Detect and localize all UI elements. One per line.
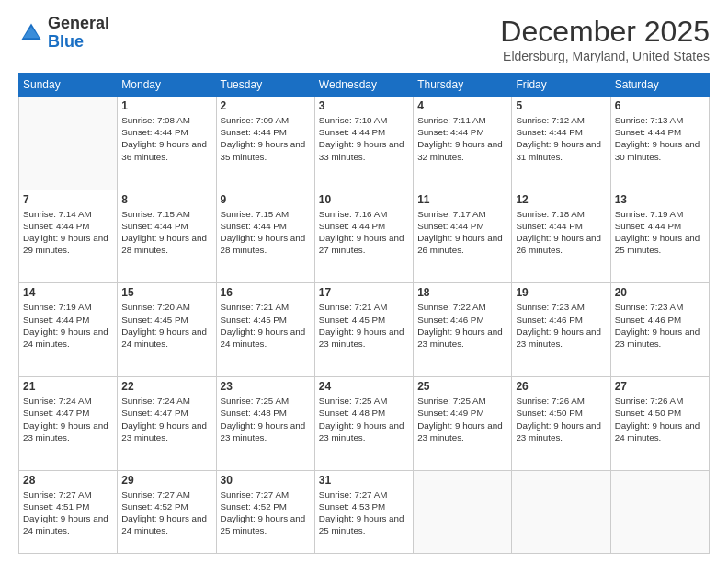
calendar-day-header: Sunday xyxy=(19,74,118,97)
calendar-cell: 26Sunrise: 7:26 AMSunset: 4:50 PMDayligh… xyxy=(512,377,610,471)
day-number: 20 xyxy=(615,286,705,299)
calendar-cell: 15Sunrise: 7:20 AMSunset: 4:45 PMDayligh… xyxy=(118,283,216,377)
day-number: 18 xyxy=(417,286,507,299)
day-number: 19 xyxy=(516,286,606,299)
svg-marker-1 xyxy=(23,27,40,38)
day-number: 5 xyxy=(516,99,606,112)
day-number: 16 xyxy=(221,286,311,299)
cell-info: Sunrise: 7:27 AMSunset: 4:52 PMDaylight:… xyxy=(221,488,311,537)
day-number: 1 xyxy=(121,99,211,112)
cell-info: Sunrise: 7:27 AMSunset: 4:53 PMDaylight:… xyxy=(319,488,409,537)
day-number: 3 xyxy=(319,99,409,112)
calendar-table: SundayMondayTuesdayWednesdayThursdayFrid… xyxy=(18,73,710,554)
calendar-cell: 2Sunrise: 7:09 AMSunset: 4:44 PMDaylight… xyxy=(216,97,314,190)
title-block: December 2025 Eldersburg, Maryland, Unit… xyxy=(500,15,710,63)
day-number: 23 xyxy=(221,380,311,393)
cell-info: Sunrise: 7:21 AMSunset: 4:45 PMDaylight:… xyxy=(319,301,409,350)
cell-info: Sunrise: 7:25 AMSunset: 4:48 PMDaylight:… xyxy=(221,395,311,443)
cell-info: Sunrise: 7:23 AMSunset: 4:46 PMDaylight:… xyxy=(615,301,705,350)
calendar-cell: 31Sunrise: 7:27 AMSunset: 4:53 PMDayligh… xyxy=(314,470,413,553)
day-number: 4 xyxy=(417,99,507,112)
cell-info: Sunrise: 7:19 AMSunset: 4:44 PMDaylight:… xyxy=(23,301,113,350)
logo: General Blue xyxy=(18,15,109,52)
calendar-cell: 30Sunrise: 7:27 AMSunset: 4:52 PMDayligh… xyxy=(216,470,314,553)
cell-info: Sunrise: 7:09 AMSunset: 4:44 PMDaylight:… xyxy=(221,114,311,163)
day-number: 6 xyxy=(615,99,705,112)
cell-info: Sunrise: 7:24 AMSunset: 4:47 PMDaylight:… xyxy=(121,395,211,443)
day-number: 26 xyxy=(516,380,606,393)
cell-info: Sunrise: 7:27 AMSunset: 4:51 PMDaylight:… xyxy=(23,488,113,537)
day-number: 9 xyxy=(221,193,311,206)
calendar-cell: 17Sunrise: 7:21 AMSunset: 4:45 PMDayligh… xyxy=(314,283,413,377)
day-number: 2 xyxy=(221,99,311,112)
day-number: 15 xyxy=(121,286,211,299)
calendar-day-header: Tuesday xyxy=(216,74,314,97)
cell-info: Sunrise: 7:16 AMSunset: 4:44 PMDaylight:… xyxy=(319,208,409,257)
day-number: 31 xyxy=(319,474,409,487)
cell-info: Sunrise: 7:24 AMSunset: 4:47 PMDaylight:… xyxy=(23,395,113,443)
day-number: 25 xyxy=(417,380,507,393)
calendar-cell: 6Sunrise: 7:13 AMSunset: 4:44 PMDaylight… xyxy=(610,97,709,190)
day-number: 7 xyxy=(23,193,113,206)
cell-info: Sunrise: 7:11 AMSunset: 4:44 PMDaylight:… xyxy=(417,114,507,163)
day-number: 14 xyxy=(23,286,113,299)
cell-info: Sunrise: 7:17 AMSunset: 4:44 PMDaylight:… xyxy=(417,208,507,257)
calendar-cell: 16Sunrise: 7:21 AMSunset: 4:45 PMDayligh… xyxy=(216,283,314,377)
calendar-header-row: SundayMondayTuesdayWednesdayThursdayFrid… xyxy=(19,74,710,97)
day-number: 17 xyxy=(319,286,409,299)
day-number: 11 xyxy=(417,193,507,206)
day-number: 28 xyxy=(23,474,113,487)
calendar-cell: 9Sunrise: 7:15 AMSunset: 4:44 PMDaylight… xyxy=(216,190,314,283)
cell-info: Sunrise: 7:19 AMSunset: 4:44 PMDaylight:… xyxy=(615,208,705,257)
cell-info: Sunrise: 7:25 AMSunset: 4:48 PMDaylight:… xyxy=(319,395,409,443)
logo-icon xyxy=(18,20,44,46)
calendar-cell xyxy=(19,97,118,190)
day-number: 29 xyxy=(121,474,211,487)
cell-info: Sunrise: 7:14 AMSunset: 4:44 PMDaylight:… xyxy=(23,208,113,257)
cell-info: Sunrise: 7:20 AMSunset: 4:45 PMDaylight:… xyxy=(121,301,211,350)
page: General Blue December 2025 Eldersburg, M… xyxy=(0,0,728,563)
calendar-day-header: Thursday xyxy=(414,74,512,97)
logo-blue: Blue xyxy=(48,32,84,51)
day-number: 27 xyxy=(615,380,705,393)
calendar-cell: 23Sunrise: 7:25 AMSunset: 4:48 PMDayligh… xyxy=(216,377,314,471)
calendar-cell: 11Sunrise: 7:17 AMSunset: 4:44 PMDayligh… xyxy=(414,190,512,283)
calendar-cell: 24Sunrise: 7:25 AMSunset: 4:48 PMDayligh… xyxy=(314,377,413,471)
cell-info: Sunrise: 7:18 AMSunset: 4:44 PMDaylight:… xyxy=(516,208,606,257)
calendar-cell: 4Sunrise: 7:11 AMSunset: 4:44 PMDaylight… xyxy=(414,97,512,190)
calendar-cell xyxy=(512,470,610,553)
calendar-day-header: Saturday xyxy=(610,74,709,97)
cell-info: Sunrise: 7:15 AMSunset: 4:44 PMDaylight:… xyxy=(121,208,211,257)
day-number: 10 xyxy=(319,193,409,206)
calendar-cell: 13Sunrise: 7:19 AMSunset: 4:44 PMDayligh… xyxy=(610,190,709,283)
calendar-cell: 29Sunrise: 7:27 AMSunset: 4:52 PMDayligh… xyxy=(118,470,216,553)
day-number: 30 xyxy=(221,474,311,487)
day-number: 24 xyxy=(319,380,409,393)
calendar-cell: 5Sunrise: 7:12 AMSunset: 4:44 PMDaylight… xyxy=(512,97,610,190)
day-number: 8 xyxy=(121,193,211,206)
calendar-cell: 19Sunrise: 7:23 AMSunset: 4:46 PMDayligh… xyxy=(512,283,610,377)
cell-info: Sunrise: 7:13 AMSunset: 4:44 PMDaylight:… xyxy=(615,114,705,163)
calendar-cell: 22Sunrise: 7:24 AMSunset: 4:47 PMDayligh… xyxy=(118,377,216,471)
day-number: 13 xyxy=(615,193,705,206)
cell-info: Sunrise: 7:12 AMSunset: 4:44 PMDaylight:… xyxy=(516,114,606,163)
calendar-cell: 8Sunrise: 7:15 AMSunset: 4:44 PMDaylight… xyxy=(118,190,216,283)
calendar-day-header: Monday xyxy=(118,74,216,97)
cell-info: Sunrise: 7:21 AMSunset: 4:45 PMDaylight:… xyxy=(221,301,311,350)
calendar-cell: 3Sunrise: 7:10 AMSunset: 4:44 PMDaylight… xyxy=(314,97,413,190)
calendar-cell: 20Sunrise: 7:23 AMSunset: 4:46 PMDayligh… xyxy=(610,283,709,377)
calendar-cell: 18Sunrise: 7:22 AMSunset: 4:46 PMDayligh… xyxy=(414,283,512,377)
calendar-cell: 27Sunrise: 7:26 AMSunset: 4:50 PMDayligh… xyxy=(610,377,709,471)
calendar-cell xyxy=(414,470,512,553)
logo-general: General xyxy=(48,14,109,32)
day-number: 12 xyxy=(516,193,606,206)
cell-info: Sunrise: 7:22 AMSunset: 4:46 PMDaylight:… xyxy=(417,301,507,350)
calendar-cell: 21Sunrise: 7:24 AMSunset: 4:47 PMDayligh… xyxy=(19,377,118,471)
header: General Blue December 2025 Eldersburg, M… xyxy=(18,15,710,63)
cell-info: Sunrise: 7:08 AMSunset: 4:44 PMDaylight:… xyxy=(121,114,211,163)
calendar-cell: 25Sunrise: 7:25 AMSunset: 4:49 PMDayligh… xyxy=(414,377,512,471)
calendar-cell: 7Sunrise: 7:14 AMSunset: 4:44 PMDaylight… xyxy=(19,190,118,283)
calendar-cell: 28Sunrise: 7:27 AMSunset: 4:51 PMDayligh… xyxy=(19,470,118,553)
month-title: December 2025 xyxy=(500,15,710,49)
calendar-day-header: Wednesday xyxy=(314,74,413,97)
